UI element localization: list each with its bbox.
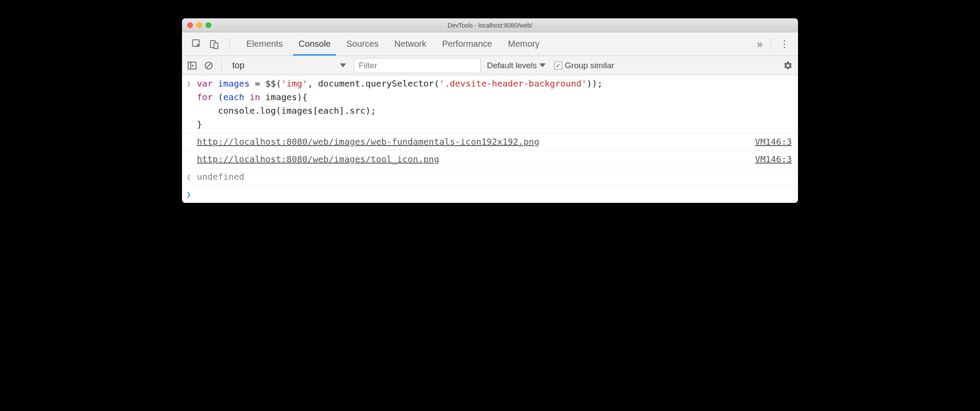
console-code[interactable]: var images = $$('img', document.querySel…	[197, 77, 792, 131]
window-title: DevTools - localhost:8080/web/	[182, 22, 798, 29]
tab-memory[interactable]: Memory	[500, 32, 547, 56]
tab-performance[interactable]: Performance	[434, 32, 500, 56]
console-log-row: http://localhost:8080/web/images/tool_ic…	[182, 151, 798, 168]
divider	[770, 37, 771, 51]
subtoolbar-right	[781, 59, 794, 72]
device-toggle-icon[interactable]	[206, 36, 222, 52]
console-log-row: http://localhost:8080/web/images/web-fun…	[182, 133, 798, 151]
source-link[interactable]: VM146:3	[755, 135, 792, 149]
tabs: Elements Console Sources Network Perform…	[238, 32, 753, 56]
divider	[229, 37, 230, 51]
toolbar-right: » ⋮	[753, 37, 795, 51]
divider	[221, 60, 222, 71]
traffic-lights	[182, 22, 211, 28]
log-message: http://localhost:8080/web/images/tool_ic…	[197, 153, 748, 166]
console-result-row: ❮ undefined	[182, 168, 798, 186]
chevron-down-icon	[539, 63, 546, 67]
log-url[interactable]: http://localhost:8080/web/images/web-fun…	[197, 136, 539, 147]
main-toolbar: Elements Console Sources Network Perform…	[182, 32, 798, 56]
tab-console[interactable]: Console	[290, 32, 338, 56]
source-link[interactable]: VM146:3	[755, 153, 792, 166]
checkbox-checked-icon[interactable]: ✓	[554, 62, 562, 70]
console-settings-icon[interactable]	[781, 59, 794, 72]
devtools-window: DevTools - localhost:8080/web/ Elements …	[182, 18, 798, 203]
group-similar-toggle[interactable]: ✓ Group similar	[552, 61, 617, 70]
tab-elements[interactable]: Elements	[238, 32, 290, 56]
minimize-icon[interactable]	[196, 22, 202, 28]
gutter-spacer	[186, 153, 197, 153]
tab-network[interactable]: Network	[386, 32, 434, 56]
close-icon[interactable]	[187, 22, 193, 28]
chevron-down-icon	[340, 63, 346, 67]
result-value: undefined	[197, 170, 792, 184]
console-prompt-input[interactable]	[197, 188, 792, 201]
tab-sources[interactable]: Sources	[339, 32, 386, 56]
filter-input[interactable]	[354, 58, 481, 73]
console-toolbar: top Default levels ✓ Group similar	[182, 56, 798, 75]
log-url[interactable]: http://localhost:8080/web/images/tool_ic…	[197, 154, 439, 164]
prompt-marker-icon: ❯	[186, 188, 197, 201]
context-selector[interactable]: top	[228, 58, 350, 73]
output-marker-icon: ❮	[186, 170, 197, 183]
settings-menu-icon[interactable]: ⋮	[775, 38, 794, 50]
console-prompt-row[interactable]: ❯	[182, 186, 798, 203]
titlebar[interactable]: DevTools - localhost:8080/web/	[182, 18, 798, 32]
inspect-element-icon[interactable]	[189, 36, 205, 52]
zoom-icon[interactable]	[206, 22, 211, 28]
toolbar-left	[185, 36, 227, 52]
group-similar-label: Group similar	[565, 61, 614, 70]
context-label: top	[232, 60, 245, 70]
gutter-spacer	[186, 135, 197, 136]
svg-rect-2	[214, 43, 218, 49]
input-marker-icon: ❯	[186, 77, 197, 90]
log-message: http://localhost:8080/web/images/web-fun…	[197, 135, 748, 149]
clear-console-icon[interactable]	[202, 59, 215, 72]
console-output[interactable]: ❯ var images = $$('img', document.queryS…	[182, 75, 798, 203]
console-input-row: ❯ var images = $$('img', document.queryS…	[182, 75, 798, 133]
log-levels-selector[interactable]: Default levels	[484, 61, 548, 70]
toggle-sidebar-icon[interactable]	[186, 59, 199, 72]
levels-label: Default levels	[487, 61, 537, 70]
more-tabs-icon[interactable]: »	[753, 38, 766, 50]
